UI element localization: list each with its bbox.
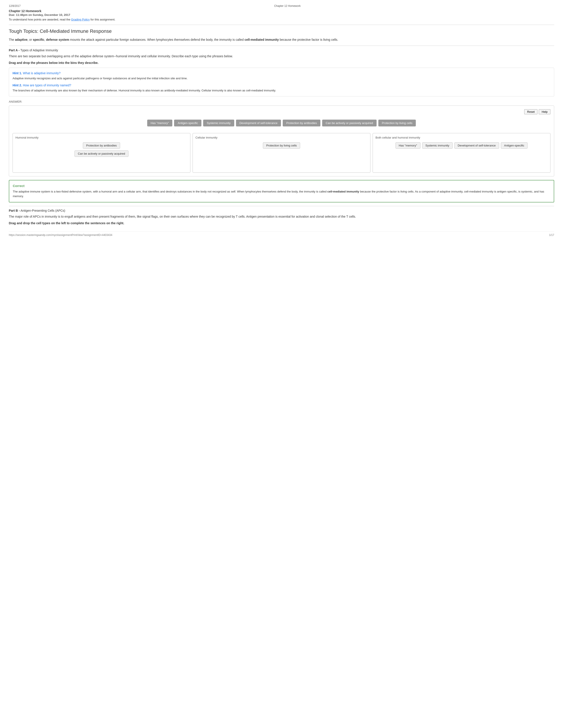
- drag-chip-self-tolerance[interactable]: Development of self-tolerance: [236, 120, 281, 126]
- answer-container: Reset Help Has "memory" Antigen-specific…: [9, 106, 554, 176]
- grading-line: To understand how points are awarded, re…: [9, 18, 554, 21]
- part-b-label: Part B -: [9, 209, 20, 212]
- part-a-instruction: Drag and drop the phrases below into the…: [9, 61, 554, 65]
- part-b-description: The major role of APCs in immunity is to…: [9, 214, 554, 219]
- part-a-label: Part A -: [9, 48, 20, 52]
- footer-page: 1/17: [549, 233, 554, 237]
- drag-chip-antigen-specific[interactable]: Antigen-specific: [174, 120, 201, 126]
- hint1-number: Hint 1.: [13, 71, 22, 75]
- drop-zone-both[interactable]: Both cellular and humoral immunity Has "…: [373, 133, 550, 173]
- page-header: 12/8/2017 Chapter 12 Homework: [9, 4, 554, 7]
- hint2-number: Hint 2.: [13, 83, 22, 87]
- hint2-question: How are types of immunity named?: [23, 83, 71, 87]
- page-footer: https://session.masteringaandp.com/myct/…: [9, 232, 554, 237]
- drag-chip-actively-passively[interactable]: Can be actively or passively acquired: [322, 120, 377, 126]
- grading-before: To understand how points are awarded, re…: [9, 18, 71, 21]
- header-center-title: Chapter 12 Homework: [274, 4, 301, 7]
- part-a-description: There are two separate but overlapping a…: [9, 54, 554, 59]
- hints-box: Hint 1. What is adaptive immunity? Adapt…: [9, 68, 554, 96]
- due-date: Due: 11:46pm on Sunday, December 10, 201…: [9, 13, 554, 17]
- hint1-question: What is adaptive immunity?: [23, 71, 61, 75]
- header-date: 12/8/2017: [9, 4, 20, 7]
- hint2-text: The branches of adaptive immunity are al…: [13, 88, 550, 93]
- cellular-zone-title: Cellular immunity: [195, 136, 368, 139]
- humoral-zone-title: Humoral immunity: [15, 136, 187, 139]
- section-title: Tough Topics: Cell-Mediated Immune Respo…: [9, 28, 554, 34]
- part-b-header: Part B - Antigen-Presenting Cells (APCs): [9, 209, 554, 212]
- part-b-title: Antigen-Presenting Cells (APCs): [20, 209, 65, 212]
- due-date-text: Due: 11:46pm on Sunday, December 10, 201…: [9, 13, 70, 17]
- correct-text: The adaptive immune system is a two-fist…: [13, 189, 550, 199]
- drag-chip-living-cells[interactable]: Protection by living cells: [378, 120, 416, 126]
- grading-policy-link[interactable]: Grading Policy: [71, 18, 90, 21]
- hint1-text: Adaptive immunity recognizes and acts ag…: [13, 76, 550, 81]
- cellular-zone-items: Protection by living cells: [195, 142, 368, 149]
- placed-chip-living-cells[interactable]: Protection by living cells: [263, 142, 300, 149]
- part-b-instruction: Drag and drop the cell types on the left…: [9, 221, 554, 225]
- hint2-title[interactable]: Hint 2. How are types of immunity named?: [13, 83, 550, 87]
- reset-button[interactable]: Reset: [524, 109, 537, 114]
- section-divider-b: [9, 206, 554, 206]
- humoral-zone-items: Protection by antibodies Can be actively…: [15, 142, 187, 157]
- drag-chip-has-memory[interactable]: Has "memory": [147, 120, 172, 126]
- both-zone-title: Both cellular and humoral immunity: [376, 136, 548, 139]
- correct-title: Correct: [13, 184, 550, 188]
- hint1-title[interactable]: Hint 1. What is adaptive immunity?: [13, 71, 550, 75]
- main-divider: [9, 25, 554, 25]
- grading-after: for this assignment.: [90, 18, 115, 21]
- part-a-header: Part A - Types of Adaptive Immunity: [9, 48, 554, 52]
- intro-text: The adaptive, or specific, defense syste…: [9, 37, 554, 42]
- answer-toolbar: Reset Help: [13, 109, 550, 114]
- chapter-title: Chapter 12 Homework: [9, 9, 554, 13]
- placed-chip-antibodies[interactable]: Protection by antibodies: [83, 142, 120, 149]
- drag-chip-systemic[interactable]: Systemic immunity: [203, 120, 234, 126]
- drag-items-area: Has "memory" Antigen-specific Systemic i…: [13, 117, 550, 129]
- help-button[interactable]: Help: [539, 109, 550, 114]
- part-a-title: Types of Adaptive Immunity: [20, 48, 58, 52]
- chapter-info: Chapter 12 Homework Due: 11:46pm on Sund…: [9, 9, 554, 21]
- drop-zone-humoral[interactable]: Humoral immunity Protection by antibodie…: [13, 133, 190, 173]
- drop-zone-cellular[interactable]: Cellular immunity Protection by living c…: [192, 133, 371, 173]
- both-zone-items: Has "memory" Systemic immunity Developme…: [376, 142, 548, 149]
- placed-chip-actively-passively[interactable]: Can be actively or passively acquired: [74, 150, 128, 157]
- placed-chip-self-tolerance[interactable]: Development of self-tolerance: [454, 142, 499, 149]
- correct-box: Correct The adaptive immune system is a …: [9, 180, 554, 203]
- placed-chip-systemic[interactable]: Systemic immunity: [422, 142, 453, 149]
- placed-chip-antigen-specific[interactable]: Antigen-specific: [501, 142, 528, 149]
- footer-url: https://session.masteringaandp.com/myct/…: [9, 233, 112, 237]
- answer-label: ANSWER:: [9, 100, 554, 103]
- drop-zones: Humoral immunity Protection by antibodie…: [13, 133, 550, 173]
- placed-chip-has-memory[interactable]: Has "memory": [396, 142, 421, 149]
- drag-chip-antibodies[interactable]: Protection by antibodies: [283, 120, 321, 126]
